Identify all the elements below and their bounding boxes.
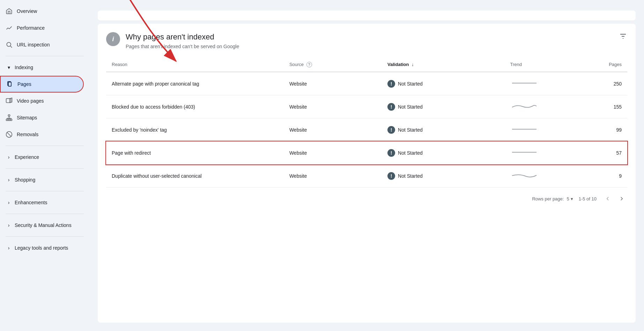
chevron-right-legacy-icon: › <box>6 245 12 251</box>
video-pages-icon <box>6 97 13 104</box>
pagination-nav <box>602 193 627 204</box>
rows-per-page-value: 5 <box>567 196 569 201</box>
why-pages-not-indexed-card: i Why pages aren't indexed Pages that ar… <box>98 24 636 323</box>
sidebar-item-performance-label: Performance <box>17 25 45 31</box>
not-started-text-2: Not Started <box>398 104 423 110</box>
source-cell-1: Website <box>284 72 382 95</box>
sidebar-item-overview[interactable]: Overview <box>0 3 84 20</box>
svg-point-0 <box>7 42 11 46</box>
filter-button[interactable] <box>619 32 627 41</box>
svg-rect-9 <box>10 119 12 120</box>
sidebar-section-experience-label: Experience <box>15 154 39 160</box>
table-row[interactable]: Blocked due to access forbidden (403) We… <box>106 95 627 118</box>
pages-cell-1: 250 <box>578 72 627 95</box>
not-started-icon-1: ! <box>387 80 395 88</box>
sidebar-section-legacy-label: Legacy tools and reports <box>15 245 68 251</box>
sidebar-section-indexing-label: Indexing <box>15 65 33 70</box>
validation-badge-3: ! Not Started <box>387 126 499 134</box>
sidebar-item-pages-label: Pages <box>17 81 31 87</box>
divider-3 <box>6 168 84 169</box>
svg-rect-6 <box>8 115 10 116</box>
header-validation[interactable]: Validation ↓ <box>382 58 504 72</box>
divider-6 <box>6 236 84 237</box>
reason-cell-2: Blocked due to access forbidden (403) <box>106 95 284 118</box>
trend-cell-2 <box>505 95 578 118</box>
reason-cell-3: Excluded by 'noindex' tag <box>106 118 284 141</box>
sidebar-item-sitemaps-label: Sitemaps <box>17 115 37 120</box>
dropdown-arrow-icon: ▾ <box>571 196 573 201</box>
not-started-text-4: Not Started <box>398 150 423 156</box>
info-icon: i <box>106 32 120 46</box>
sidebar-item-url-inspection-label: URL inspection <box>17 42 50 47</box>
validation-cell-2: ! Not Started <box>382 95 504 118</box>
section-header: i Why pages aren't indexed Pages that ar… <box>106 32 627 49</box>
sidebar-item-url-inspection[interactable]: URL inspection <box>0 36 84 53</box>
divider-1 <box>6 56 84 56</box>
pages-table: Reason Source ? Validation ↓ Trend <box>106 58 627 188</box>
rows-per-page: Rows per page: 5 ▾ <box>532 196 573 201</box>
sidebar-section-experience[interactable]: › Experience <box>0 149 89 166</box>
sort-desc-icon: ↓ <box>412 62 414 67</box>
validation-cell-4: ! Not Started <box>382 141 504 164</box>
next-page-button[interactable] <box>616 193 627 204</box>
divider-4 <box>6 191 84 191</box>
sidebar-section-enhancements-label: Enhancements <box>15 200 47 205</box>
not-started-icon-2: ! <box>387 103 395 111</box>
svg-rect-3 <box>8 82 11 86</box>
trend-cell-1 <box>505 72 578 95</box>
pages-cell-4: 57 <box>578 141 627 164</box>
sidebar-item-performance[interactable]: Performance <box>0 20 84 36</box>
sidebar: Overview Performance URL inspection ▾ In… <box>0 0 89 331</box>
section-title: Why pages aren't indexed <box>126 32 239 42</box>
svg-line-16 <box>7 132 12 137</box>
sidebar-item-video-pages[interactable]: Video pages <box>0 93 84 109</box>
validation-cell-1: ! Not Started <box>382 72 504 95</box>
table-wrapper: Reason Source ? Validation ↓ Trend <box>106 58 627 188</box>
chevron-down-icon: ▾ <box>6 64 12 71</box>
header-source: Source ? <box>284 58 382 72</box>
rows-per-page-select[interactable]: 5 ▾ <box>567 196 573 201</box>
table-header-row: Reason Source ? Validation ↓ Trend <box>106 58 627 72</box>
svg-rect-8 <box>8 119 10 120</box>
not-started-icon-4: ! <box>387 149 395 157</box>
main-content: i Why pages aren't indexed Pages that ar… <box>89 0 644 331</box>
performance-icon <box>6 24 13 31</box>
sitemaps-icon <box>6 114 13 121</box>
trend-cell-4 <box>505 141 578 164</box>
chevron-right-enhancements-icon: › <box>6 199 12 206</box>
sidebar-section-legacy[interactable]: › Legacy tools and reports <box>0 240 89 256</box>
sidebar-section-shopping[interactable]: › Shopping <box>0 171 89 188</box>
chevron-right-shopping-icon: › <box>6 177 12 183</box>
table-row-redirect[interactable]: Page with redirect Website ! Not Started <box>106 141 627 164</box>
header-trend: Trend <box>505 58 578 72</box>
not-started-icon-5: ! <box>387 172 395 180</box>
sidebar-section-indexing[interactable]: ▾ Indexing <box>0 59 89 76</box>
previous-card-bottom <box>98 10 636 21</box>
svg-rect-7 <box>6 119 8 120</box>
pagination-label: 1-5 of 10 <box>579 196 597 201</box>
pages-cell-2: 155 <box>578 95 627 118</box>
top-bar <box>89 0 644 10</box>
sidebar-item-overview-label: Overview <box>17 8 37 14</box>
validation-badge-5: ! Not Started <box>387 172 499 180</box>
table-row[interactable]: Alternate page with proper canonical tag… <box>106 72 627 95</box>
sidebar-item-video-pages-label: Video pages <box>17 98 44 104</box>
source-help-icon[interactable]: ? <box>306 62 312 67</box>
pages-cell-3: 99 <box>578 118 627 141</box>
search-icon <box>6 41 13 48</box>
table-row[interactable]: Duplicate without user-selected canonica… <box>106 164 627 187</box>
source-cell-5: Website <box>284 164 382 187</box>
sidebar-item-sitemaps[interactable]: Sitemaps <box>0 109 84 126</box>
sidebar-section-security[interactable]: › Security & Manual Actions <box>0 217 89 234</box>
sidebar-item-removals[interactable]: Removals <box>0 126 84 143</box>
table-row[interactable]: Excluded by 'noindex' tag Website ! Not … <box>106 118 627 141</box>
removals-icon <box>6 131 13 138</box>
sidebar-section-enhancements[interactable]: › Enhancements <box>0 194 89 211</box>
prev-page-button[interactable] <box>602 193 613 204</box>
table-footer: Rows per page: 5 ▾ 1-5 of 10 <box>106 187 627 204</box>
pages-cell-5: 9 <box>578 164 627 187</box>
sidebar-item-pages[interactable]: Pages <box>0 76 84 93</box>
divider-2 <box>6 146 84 146</box>
section-title-group: Why pages aren't indexed Pages that aren… <box>126 32 239 49</box>
validation-badge-4: ! Not Started <box>387 149 499 157</box>
